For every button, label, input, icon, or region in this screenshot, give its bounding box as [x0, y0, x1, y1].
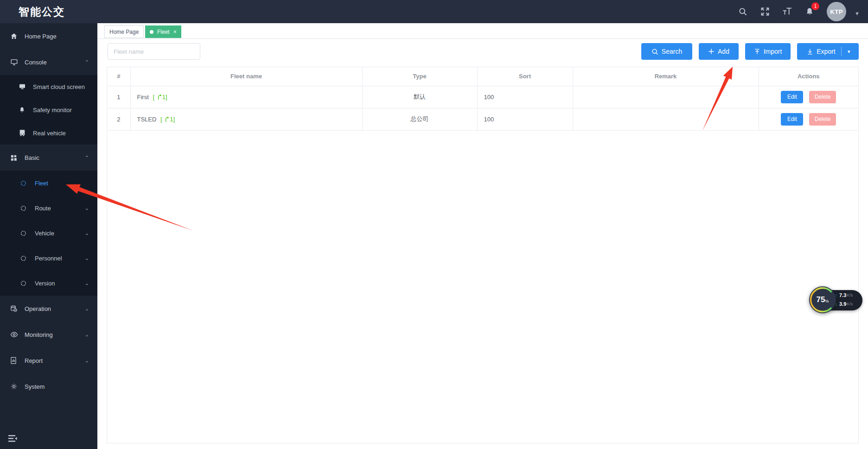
- cell-remark: [573, 86, 759, 108]
- chevron-down-icon: ⌄: [85, 280, 89, 286]
- sidebar-item-vehicle[interactable]: Vehicle ⌄: [0, 221, 97, 246]
- table-row: 1 First [ 1] 默认 100 Edit Delete: [107, 86, 858, 108]
- sidebar-item-fleet[interactable]: Fleet: [0, 171, 97, 196]
- edit-button[interactable]: Edit: [781, 91, 803, 103]
- chevron-down-icon: ⌄: [85, 205, 89, 211]
- dashed-circle-icon: [20, 179, 28, 187]
- sidebar-item-smart-cloud-screen[interactable]: Smart cloud screen: [0, 75, 97, 98]
- chevron-down-icon: ⌄: [85, 332, 89, 338]
- sidebar-item-home-page[interactable]: Home Page: [0, 23, 97, 49]
- chevron-up-icon: ⌃: [85, 59, 89, 65]
- tab-fleet[interactable]: Fleet ×: [145, 25, 181, 38]
- sidebar-item-safety-monitor[interactable]: Safety monitor: [0, 98, 97, 121]
- sidebar-item-label: Vehicle: [35, 230, 54, 237]
- table-row: 2 TSLED [ 1] 总公司 100 Edit Delete: [107, 108, 858, 130]
- sidebar-item-label: Fleet: [35, 180, 48, 187]
- tab-home-page[interactable]: Home Page: [104, 25, 144, 38]
- sidebar-item-label: Personnel: [35, 255, 62, 262]
- search-button-label: Search: [662, 48, 682, 55]
- basic-submenu: Fleet Route ⌄ Vehicle ⌄ Personnel ⌄: [0, 171, 97, 296]
- download-speed-unit: K/s: [847, 302, 853, 306]
- font-size-icon[interactable]: [782, 6, 792, 17]
- dashed-circle-icon: [20, 279, 28, 287]
- download-speed-value: 3.9: [839, 301, 846, 307]
- sidebar-item-operation[interactable]: Operation ⌄: [0, 296, 97, 322]
- chevron-up-icon: ⌃: [85, 155, 89, 161]
- sidebar-item-label: Operation: [25, 305, 51, 312]
- avatar-caret-down-icon[interactable]: ▼: [855, 7, 860, 16]
- fleet-name-text: TSLED: [137, 116, 157, 123]
- import-button[interactable]: Import: [745, 43, 791, 60]
- cell-actions: Edit Delete: [759, 108, 858, 130]
- export-button[interactable]: Export ▾: [797, 43, 859, 60]
- sidebar-item-console[interactable]: Console ⌃: [0, 49, 97, 75]
- sidebar-item-label: Monitoring: [25, 331, 53, 338]
- dashed-circle-icon: [20, 229, 28, 237]
- header-type: Type: [362, 67, 477, 86]
- cell-actions: Edit Delete: [759, 86, 858, 108]
- export-chevron-down-icon[interactable]: ▾: [842, 49, 856, 55]
- sidebar-item-real-vehicle[interactable]: Real vehicle: [0, 121, 97, 145]
- sidebar-item-route[interactable]: Route ⌄: [0, 196, 97, 221]
- edit-button[interactable]: Edit: [781, 113, 803, 126]
- sidebar-item-personnel[interactable]: Personnel ⌄: [0, 246, 97, 271]
- chevron-down-icon: ⌄: [85, 306, 89, 312]
- cell-sort: 100: [477, 86, 573, 108]
- app-logo: 智能公交: [19, 5, 65, 19]
- search-icon[interactable]: [738, 6, 748, 17]
- home-icon: [10, 32, 18, 40]
- sidebar-item-label: Route: [35, 205, 51, 212]
- header-index: #: [107, 67, 130, 86]
- collapse-sidebar-icon[interactable]: [7, 434, 19, 443]
- search-button[interactable]: Search: [641, 43, 692, 60]
- report-document-icon: [10, 357, 18, 365]
- bus-icon: [19, 129, 26, 137]
- sidebar-item-monitoring[interactable]: Monitoring ⌄: [0, 322, 97, 348]
- cell-fleet-name: First [ 1]: [130, 86, 362, 108]
- notification-bell-icon[interactable]: 1: [804, 6, 815, 17]
- sidebar-item-label: System: [25, 383, 45, 390]
- fleet-name-input[interactable]: [108, 43, 200, 60]
- grid-icon: [10, 154, 18, 162]
- cell-remark: [573, 108, 759, 130]
- toolbar-buttons: Search Add Import Export ▾: [641, 43, 859, 60]
- sidebar-item-label: Real vehicle: [33, 130, 66, 137]
- sidebar-item-basic[interactable]: Basic ⌃: [0, 145, 97, 171]
- import-button-label: Import: [764, 48, 782, 55]
- chevron-down-icon: ⌄: [85, 358, 89, 364]
- fleet-table: # Fleet name Type Sort Remark Actions 1 …: [107, 67, 859, 443]
- header-remark: Remark: [573, 67, 759, 86]
- header-fleet-name: Fleet name: [130, 67, 362, 86]
- tab-label: Home Page: [109, 29, 139, 35]
- dashed-circle-icon: [20, 254, 28, 262]
- header-sort: Sort: [477, 67, 573, 86]
- cell-sort: 100: [477, 108, 573, 130]
- avatar[interactable]: KTP: [827, 2, 846, 21]
- gauge-percent: 75%: [809, 286, 836, 313]
- eye-icon: [10, 331, 18, 339]
- sidebar-item-label: Version: [35, 280, 55, 287]
- add-button[interactable]: Add: [699, 43, 739, 60]
- tabbar: Home Page Fleet ×: [97, 20, 868, 39]
- tab-close-icon[interactable]: ×: [173, 29, 177, 35]
- cpu-gauge: 75%: [809, 286, 836, 313]
- active-tab-dot: [150, 30, 153, 34]
- sidebar-item-label: Basic: [25, 154, 39, 161]
- sidebar-item-version[interactable]: Version ⌄: [0, 271, 97, 296]
- schedule-icon: [10, 305, 18, 313]
- delete-button[interactable]: Delete: [809, 91, 836, 103]
- alarm-bell-icon: [19, 106, 26, 114]
- upload-speed-row: ↑ 7.3 K/s: [835, 292, 861, 298]
- branch-arrow-icon: [156, 94, 162, 100]
- topbar: 智能公交 1 KTP ▼: [0, 0, 868, 23]
- gear-icon: [10, 383, 18, 391]
- delete-button[interactable]: Delete: [809, 113, 836, 126]
- fullscreen-icon[interactable]: [760, 6, 770, 17]
- sidebar-item-report[interactable]: Report ⌄: [0, 348, 97, 373]
- upload-speed-unit: K/s: [847, 293, 853, 297]
- sidebar-item-system[interactable]: System: [0, 373, 97, 399]
- cell-index: 1: [107, 86, 130, 108]
- topbar-actions: 1 KTP ▼: [738, 0, 860, 23]
- upload-speed-value: 7.3: [839, 292, 846, 298]
- network-gauge-widget[interactable]: ↑ 7.3 K/s ↓ 3.9 K/s 75%: [809, 286, 864, 314]
